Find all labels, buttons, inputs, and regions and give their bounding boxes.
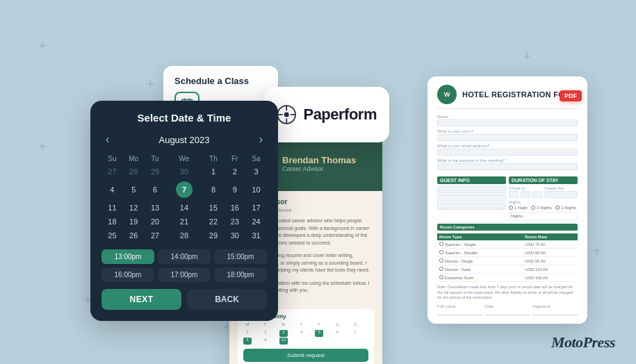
avail-cell[interactable]: 8 [243, 338, 252, 345]
hotel-field-input-name[interactable] [437, 119, 578, 126]
time-slot-1700[interactable]: 17:00pm [158, 267, 211, 282]
avail-cell[interactable]: 5 [315, 330, 323, 337]
avail-cell[interactable]: 10 [279, 338, 288, 345]
hotel-room-check[interactable] [439, 258, 443, 263]
hotel-field-purpose: What is the purpose of this meeting? [437, 158, 578, 170]
avail-mini-cal: M T W T F S S 1 2 3 4 5 6 7 8 9 10 [243, 322, 368, 345]
hotel-room-rate: USD 150.00 [523, 274, 578, 282]
cal-cell[interactable]: 20 [145, 215, 166, 229]
cal-day-tu: Tu [145, 153, 166, 165]
svg-point-5 [284, 112, 289, 117]
cal-cell[interactable]: 26 [123, 229, 145, 242]
avail-cell[interactable]: 3 [279, 330, 288, 337]
cal-cell[interactable]: 16 [224, 201, 245, 215]
avail-cell: S [333, 322, 341, 329]
cal-cell[interactable]: 29 [203, 229, 225, 242]
hotel-room-type: Executive Suite [437, 274, 523, 282]
hotel-room-rate: USD 95.00 [523, 257, 578, 265]
hotel-room-check[interactable] [439, 250, 443, 254]
cal-cell[interactable]: 27 [101, 165, 123, 179]
calendar-next-btn[interactable]: › [255, 132, 267, 147]
cal-cell[interactable]: 9 [224, 179, 245, 201]
cal-cell[interactable]: 18 [101, 215, 123, 229]
career-submit-btn[interactable]: Submit request [243, 349, 368, 362]
time-slot-1300[interactable]: 13:00pm [101, 249, 154, 264]
cal-cell[interactable]: 4 [101, 179, 123, 201]
table-row: Superior - Double USD 90.00 [437, 249, 578, 257]
table-row: Executive Suite USD 150.00 [437, 274, 578, 282]
cal-cell[interactable]: 1 [203, 165, 225, 179]
hotel-nights-label: Nights [509, 200, 578, 204]
hotel-registration-card: W HOTEL REGISTRATION FORM PDF Name What … [427, 76, 587, 324]
cal-cell[interactable]: 2 [224, 165, 245, 179]
deco-cross-2: + [146, 76, 155, 92]
cal-cell[interactable]: 15 [203, 201, 225, 215]
hotel-field-address2[interactable] [437, 195, 506, 201]
cal-cell[interactable]: 24 [245, 215, 267, 229]
avail-cell: F [315, 322, 323, 329]
time-slot-1600[interactable]: 16:00pm [101, 267, 154, 282]
hotel-field-input-purpose[interactable] [437, 163, 578, 170]
calendar-card: Select Date & Time ‹ August 2023 › Su Mo… [90, 101, 278, 321]
cal-cell[interactable]: 12 [123, 201, 145, 215]
hotel-field-phone[interactable] [437, 203, 506, 210]
hotel-room-type: Superior - Single [437, 240, 523, 249]
cal-cell[interactable]: 8 [203, 179, 225, 201]
cal-cell[interactable]: 28 [165, 229, 202, 242]
hotel-nights-2[interactable] [531, 206, 535, 210]
cal-cell[interactable]: 21 [165, 215, 202, 229]
hotel-nights-1[interactable] [509, 206, 513, 210]
paperform-brand-text: Paperform [303, 106, 377, 124]
cal-day-fr: Fr [224, 153, 245, 165]
cal-cell[interactable]: 29 [145, 165, 166, 179]
calendar-next-button[interactable]: NEXT [101, 289, 181, 310]
cal-cell[interactable]: 27 [145, 229, 166, 242]
hotel-nights-3[interactable] [555, 206, 560, 210]
hotel-room-check[interactable] [439, 242, 443, 246]
cal-cell[interactable]: 19 [123, 215, 145, 229]
time-slot-1400[interactable]: 14:00pm [158, 249, 211, 264]
hotel-field-label-email: What is your email address? [437, 144, 578, 148]
cal-cell[interactable]: 13 [145, 201, 166, 215]
cal-cell[interactable]: 22 [203, 215, 225, 229]
cal-cell[interactable]: 14 [165, 201, 202, 215]
cal-cell[interactable]: 11 [101, 201, 123, 215]
cal-cell[interactable]: 17 [245, 201, 267, 215]
hotel-sign-row: Full name Date Signature [437, 304, 578, 315]
cal-cell[interactable]: 30 [165, 165, 202, 179]
time-slot-1500[interactable]: 15:00pm [214, 249, 267, 264]
deco-cross-3: + [38, 139, 47, 154]
cal-cell[interactable]: 5 [123, 179, 145, 201]
calendar-back-button[interactable]: BACK [187, 289, 267, 310]
hotel-field-input-email[interactable] [437, 149, 578, 156]
cal-cell[interactable]: 28 [123, 165, 145, 179]
time-slot-1800[interactable]: 18:00pm [214, 267, 267, 282]
hotel-room-type: Deluxe - Single [437, 257, 523, 265]
cal-cell[interactable]: 6 [145, 179, 166, 201]
deco-cross-8: + [592, 243, 601, 258]
hotel-field-address[interactable] [437, 186, 506, 193]
hotel-checkout-field[interactable] [544, 191, 578, 198]
hotel-room-check[interactable] [439, 275, 443, 279]
hotel-checkin-nights3[interactable] [532, 191, 542, 198]
cal-cell[interactable]: 3 [245, 165, 267, 179]
calendar-prev-btn[interactable]: ‹ [101, 132, 113, 147]
paperform-card: Paperform [264, 87, 389, 142]
cal-cell[interactable]: 25 [101, 229, 123, 242]
cal-cell[interactable]: 31 [245, 229, 267, 242]
avail-cell: 2 [261, 330, 270, 337]
hotel-field-label-name: Name [437, 115, 578, 119]
cal-cell[interactable]: 30 [224, 229, 245, 242]
hotel-nights-extra: Nights [509, 212, 578, 220]
cal-cell[interactable]: 23 [224, 215, 245, 229]
cal-day-we: We [165, 153, 202, 165]
paperform-logo-icon [277, 102, 296, 127]
time-slots: 13:00pm 14:00pm 15:00pm 16:00pm 17:00pm … [101, 249, 267, 282]
avail-cell: S [351, 322, 359, 329]
cal-cell-today[interactable]: 7 [165, 179, 202, 201]
hotel-room-check[interactable] [439, 267, 443, 271]
hotel-checkin-nights2[interactable] [521, 191, 530, 198]
hotel-field-input-room[interactable] [437, 134, 578, 141]
hotel-checkin-nights[interactable] [509, 191, 519, 198]
cal-cell[interactable]: 10 [245, 179, 267, 201]
